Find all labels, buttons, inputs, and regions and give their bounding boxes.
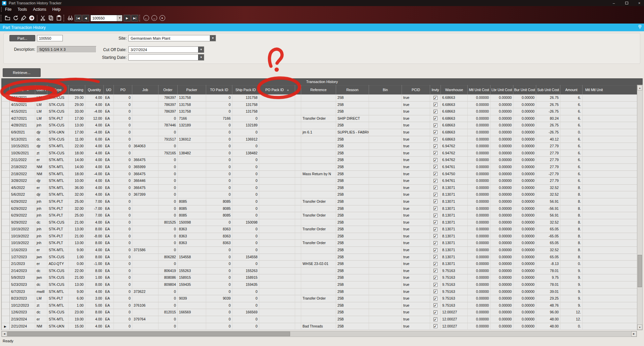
invty-checkbox[interactable]: ✓	[433, 130, 438, 134]
row-selector-cell[interactable]	[2, 226, 10, 233]
cell-date[interactable]: 1/27/2023	[10, 254, 35, 261]
cell-amount[interactable]: 8.	[560, 185, 583, 192]
cell-shippack[interactable]: 0	[232, 143, 259, 150]
cell-uo[interactable]: EA	[104, 254, 114, 261]
invty-checkbox[interactable]: ✓	[433, 234, 438, 238]
cell-date[interactable]: 8/23/2023	[10, 295, 35, 302]
cell-po[interactable]: 0	[114, 150, 132, 157]
cell-amount[interactable]: 0.	[560, 323, 583, 330]
cell-date[interactable]: 4/15/2021	[10, 102, 35, 109]
cell-topack[interactable]: 0	[206, 171, 232, 178]
cell-running[interactable]: 25.00	[68, 198, 85, 205]
cell-reason[interactable]: 25B	[336, 240, 369, 247]
cell-job[interactable]	[132, 94, 158, 102]
cell-amount[interactable]: 8.	[560, 226, 583, 233]
cell-bur[interactable]: 0.00000	[513, 261, 536, 268]
cell-po[interactable]: 0	[114, 143, 132, 150]
cell-lbr[interactable]: 0.00000	[491, 178, 513, 185]
cell-quantity[interactable]: 4.00	[85, 323, 104, 330]
cell-reason[interactable]: 25B	[336, 212, 369, 219]
cell-bur[interactable]: 0.00000	[513, 289, 536, 296]
table-row[interactable]: 5/6/2022djrSTK-MTL32.004.00EA03673990002…	[2, 191, 637, 198]
cell-job[interactable]	[132, 309, 158, 316]
cell-pcid[interactable]: true	[402, 157, 430, 164]
row-selector-cell[interactable]	[2, 108, 10, 115]
cell-pcid[interactable]: true	[402, 316, 430, 323]
cell-sub[interactable]: 26.75	[536, 122, 560, 129]
cell-bin[interactable]	[369, 309, 402, 316]
cell-lbr[interactable]: 0.00000	[491, 122, 513, 129]
cell-pcid[interactable]: true	[402, 191, 430, 198]
cell-bin[interactable]	[369, 115, 402, 122]
cell-order[interactable]: 0	[158, 247, 178, 254]
cell-job[interactable]	[132, 205, 158, 213]
row-selector-cell[interactable]	[2, 240, 10, 247]
cell-po[interactable]: 0	[114, 240, 132, 247]
cell-sub[interactable]: 27.79	[536, 150, 560, 157]
cell-quantity[interactable]: 8.00	[85, 281, 104, 289]
table-row[interactable]: 9/29/2022dcSTK-CUS21.004.00EA08015251500…	[2, 219, 637, 226]
cell-bur[interactable]: 0.00000	[513, 226, 536, 233]
column-header-sub[interactable]: Sub Unit Cost	[536, 85, 560, 94]
cell-bur[interactable]: 0.00000	[513, 115, 536, 122]
row-selector-cell[interactable]	[2, 122, 10, 129]
cell-mtl[interactable]: 0.00000	[468, 102, 491, 109]
copy-icon[interactable]	[47, 14, 55, 22]
refresh-icon[interactable]	[11, 14, 19, 22]
column-header-invty[interactable]: Invty	[430, 85, 441, 94]
cell-mtlmtl[interactable]	[583, 157, 637, 164]
cell-bin[interactable]	[369, 108, 402, 115]
row-selector-cell[interactable]	[2, 261, 10, 268]
cell-sub[interactable]: 78.01	[536, 281, 560, 289]
cell-reason[interactable]: SUPPLIES - FABRIC	[336, 129, 369, 136]
cell-lbr[interactable]: 0.00000	[491, 115, 513, 122]
cell-date[interactable]: 10/12/2023	[10, 302, 35, 309]
cell-packer[interactable]: 158915	[178, 274, 206, 281]
cell-type[interactable]: STK-UKN	[47, 129, 68, 136]
cell-mtl[interactable]: 0.00000	[468, 219, 491, 226]
cell-amount[interactable]: 9.	[560, 274, 583, 281]
cell-sub[interactable]: -26.75	[536, 108, 560, 115]
cell-topack[interactable]: 0	[206, 191, 232, 198]
cell-mtlmtl[interactable]	[583, 171, 637, 178]
cell-job[interactable]: 366475	[132, 157, 158, 164]
cell-lbr[interactable]: 0.00000	[491, 254, 513, 261]
site-dropdown-icon[interactable]: ▼	[210, 35, 216, 41]
cell-quantity[interactable]: -8.00	[85, 233, 104, 240]
cell-mtlmtl[interactable]	[583, 295, 637, 302]
cell-invty[interactable]: ✓	[430, 254, 441, 261]
cell-type[interactable]: STK-CUS	[47, 268, 68, 275]
cell-reference[interactable]	[301, 289, 336, 296]
column-header-po[interactable]: PO	[114, 85, 132, 94]
cell-invty[interactable]: ✓	[430, 323, 441, 330]
cell-popack[interactable]	[259, 212, 295, 219]
row-selector-cell[interactable]	[2, 115, 10, 122]
cell-pcid[interactable]: true	[402, 233, 430, 240]
cutoff-combo[interactable]: 3/27/2024 ▼	[128, 46, 204, 53]
cell-mtl[interactable]: 0.00000	[468, 178, 491, 185]
cell-uo[interactable]: EA	[104, 178, 114, 185]
cell-shippack[interactable]: 0	[232, 240, 259, 247]
cell-sub[interactable]: 9.75	[536, 274, 560, 281]
cell-user[interactable]: zt	[35, 302, 47, 309]
cell-mtlmtl[interactable]	[583, 185, 637, 192]
cell-user[interactable]: jwn	[35, 274, 47, 281]
cell-topack[interactable]: 7166	[206, 115, 232, 122]
table-row[interactable]: 10/12/2023ztSTK-MTL1.005.00EA03761060002…	[2, 302, 637, 309]
cell-bin[interactable]	[369, 289, 402, 296]
cell-pcid[interactable]: true	[402, 102, 430, 109]
cell-reference[interactable]	[301, 316, 336, 323]
cell-bin[interactable]	[369, 219, 402, 226]
table-row[interactable]: 3/28/2022djrSTK-MTL10.004.00EA0366446000…	[2, 178, 637, 185]
cell-pcid[interactable]: true	[402, 164, 430, 171]
cell-invty[interactable]: ✓	[430, 295, 441, 302]
cell-job[interactable]: 367399	[132, 191, 158, 198]
cell-packer[interactable]: 9039	[178, 295, 206, 302]
cell-packer[interactable]: 136912	[178, 136, 206, 143]
cell-date[interactable]: 2/11/2022	[10, 157, 35, 164]
cell-mtl[interactable]: 0.00000	[468, 108, 491, 115]
cell-order[interactable]: 0	[158, 212, 178, 219]
cell-job[interactable]	[132, 150, 158, 157]
column-header-warehouse[interactable]: Warehouse	[441, 85, 468, 94]
invty-checkbox[interactable]: ✓	[433, 103, 438, 107]
